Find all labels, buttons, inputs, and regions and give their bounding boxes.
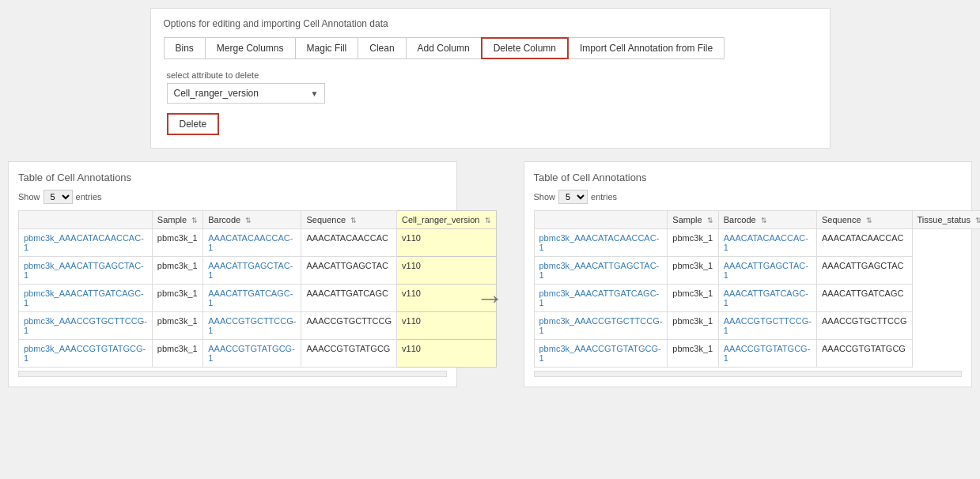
left-table-title: Table of Cell Annotations: [18, 172, 447, 183]
right-scrollbar[interactable]: [534, 371, 963, 377]
right-row3-col0: pbmc3k_AAACATTGATCAGC-1: [534, 285, 668, 312]
form-label: select attribute to delete: [167, 70, 814, 80]
right-row2-col3: AAACATTGAGCTAC: [816, 257, 912, 285]
right-row1-col0: pbmc3k_AAACATACAACCAC-1: [534, 229, 668, 257]
right-row3-col1: pbmc3k_1: [668, 285, 718, 312]
left-col-header-sequence[interactable]: Sequence ⇅: [301, 211, 397, 229]
toolbar-btn-import[interactable]: Import Cell Annotation from File: [568, 37, 725, 59]
left-row4-col1: pbmc3k_1: [152, 312, 202, 340]
left-show-label: Show: [18, 192, 40, 202]
right-table-row: pbmc3k_AAACCGTGTATGCG-1 pbmc3k_1 AAACCGT…: [534, 340, 980, 368]
right-table-row: pbmc3k_AAACATTGATCAGC-1 pbmc3k_1 AAACATT…: [534, 285, 980, 312]
left-row1-col0: pbmc3k_AAACATACAACCAC-1: [19, 229, 153, 257]
left-row1-col2: AAACATACAACCAC-1: [203, 229, 301, 257]
right-row4-col3: AAACCGTGCTTCCG: [816, 312, 912, 340]
left-row1-col1: pbmc3k_1: [152, 229, 202, 257]
left-row5-col3: AAACCGTGTATGCG: [301, 340, 397, 368]
left-col-header-empty: [19, 211, 153, 229]
toolbar: Bins Merge Columns Magic Fill Clean Add …: [164, 37, 817, 59]
toolbar-btn-delete-column[interactable]: Delete Column: [481, 37, 569, 59]
right-entries-label: entries: [591, 192, 617, 202]
right-col-header-empty: [534, 211, 668, 229]
right-row2-col0: pbmc3k_AAACATTGAGCTAC-1: [534, 257, 668, 285]
right-row4-col0: pbmc3k_AAACCGTGCTTCCG-1: [534, 312, 668, 340]
left-row3-col3: AAACATTGATCAGC: [301, 285, 397, 312]
arrow-icon: →: [476, 281, 505, 315]
left-table-row: pbmc3k_AAACCGTGTATGCG-1 pbmc3k_1 AAACCGT…: [19, 340, 497, 368]
toolbar-btn-magic-fill[interactable]: Magic Fill: [295, 37, 359, 59]
right-row5-col3: AAACCGTGTATGCG: [816, 340, 912, 368]
right-row1-col1: pbmc3k_1: [668, 229, 718, 257]
left-row3-col2: AAACATTGATCAGC-1: [203, 285, 301, 312]
right-row5-col1: pbmc3k_1: [668, 340, 718, 368]
right-table-row: pbmc3k_AAACATTGAGCTAC-1 pbmc3k_1 AAACATT…: [534, 257, 980, 285]
left-data-table: Sample ⇅ Barcode ⇅ Sequence ⇅ Cell_range…: [18, 210, 497, 368]
left-col-header-barcode[interactable]: Barcode ⇅: [203, 211, 301, 229]
right-row4-col2: AAACCGTGCTTCCG-1: [718, 312, 816, 340]
left-row5-col2: AAACCGTGTATGCG-1: [203, 340, 301, 368]
right-col-header-tissue[interactable]: Tissue_status ⇅: [912, 211, 980, 229]
toolbar-btn-clean[interactable]: Clean: [358, 37, 406, 59]
left-row2-col3: AAACATTGAGCTAC: [301, 257, 397, 285]
arrow-container: →: [470, 209, 511, 387]
left-row5-col0: pbmc3k_AAACCGTGTATGCG-1: [19, 340, 153, 368]
left-table-panel: Table of Cell Annotations Show 5 entries…: [8, 161, 457, 387]
right-data-table: Sample ⇅ Barcode ⇅ Sequence ⇅ Tissue_sta…: [534, 210, 981, 368]
form-section: select attribute to delete Cell_ranger_v…: [164, 70, 817, 135]
sort-icon-sample: ⇅: [191, 217, 198, 224]
toolbar-btn-add-column[interactable]: Add Column: [406, 37, 482, 59]
toolbar-btn-bins[interactable]: Bins: [164, 37, 206, 59]
left-row5-col1: pbmc3k_1: [152, 340, 202, 368]
left-row4-col0: pbmc3k_AAACCGTGCTTCCG-1: [19, 312, 153, 340]
bottom-section: Table of Cell Annotations Show 5 entries…: [8, 161, 972, 387]
right-table-row: pbmc3k_AAACATACAACCAC-1 pbmc3k_1 AAACATA…: [534, 229, 980, 257]
right-show-entries: Show 5 entries: [534, 190, 963, 204]
right-row5-col2: AAACCGTGTATGCG-1: [718, 340, 816, 368]
left-entries-label: entries: [76, 192, 102, 202]
right-row5-col0: pbmc3k_AAACCGTGTATGCG-1: [534, 340, 668, 368]
right-row2-col2: AAACATTGAGCTAC-1: [718, 257, 816, 285]
right-table-panel: Table of Cell Annotations Show 5 entries…: [524, 161, 973, 387]
left-row3-col0: pbmc3k_AAACATTGATCAGC-1: [19, 285, 153, 312]
left-col-header-sample[interactable]: Sample ⇅: [152, 211, 202, 229]
left-row4-col2: AAACCGTGCTTCCG-1: [203, 312, 301, 340]
attribute-select[interactable]: Cell_ranger_version: [167, 83, 325, 104]
right-row1-col2: AAACATACAACCAC-1: [718, 229, 816, 257]
sort-icon-barcode: ⇅: [245, 217, 252, 224]
left-row2-col0: pbmc3k_AAACATTGAGCTAC-1: [19, 257, 153, 285]
right-row3-col3: AAACATTGATCAGC: [816, 285, 912, 312]
sort-icon-r-tissue: ⇅: [975, 217, 980, 224]
right-row2-col1: pbmc3k_1: [668, 257, 718, 285]
right-col-header-sample[interactable]: Sample ⇅: [668, 211, 718, 229]
left-show-entries: Show 5 entries: [18, 190, 447, 204]
delete-button[interactable]: Delete: [167, 113, 220, 135]
right-entries-select[interactable]: 5: [558, 190, 588, 204]
sort-icon-sequence: ⇅: [350, 217, 357, 224]
top-panel: Options for editing and importing Cell A…: [150, 8, 831, 149]
select-wrapper: Cell_ranger_version ▼: [167, 83, 325, 104]
left-table-row: pbmc3k_AAACATTGATCAGC-1 pbmc3k_1 AAACATT…: [19, 285, 497, 312]
left-entries-select[interactable]: 5: [44, 190, 73, 204]
right-row1-col3: AAACATACAACCAC: [816, 229, 912, 257]
left-row2-col1: pbmc3k_1: [152, 257, 202, 285]
sort-icon-r-sample: ⇅: [707, 217, 713, 224]
right-show-label: Show: [534, 192, 556, 202]
right-col-header-barcode[interactable]: Barcode ⇅: [718, 211, 816, 229]
left-row3-col1: pbmc3k_1: [152, 285, 202, 312]
sort-icon-r-sequence: ⇅: [866, 217, 872, 224]
left-table-row: pbmc3k_AAACATTGAGCTAC-1 pbmc3k_1 AAACATT…: [19, 257, 497, 285]
left-table-row: pbmc3k_AAACATACAACCAC-1 pbmc3k_1 AAACATA…: [19, 229, 497, 257]
left-table-row: pbmc3k_AAACCGTGCTTCCG-1 pbmc3k_1 AAACCGT…: [19, 312, 497, 340]
right-row3-col2: AAACATTGATCAGC-1: [718, 285, 816, 312]
left-row4-col3: AAACCGTGCTTCCG: [301, 312, 397, 340]
right-col-header-sequence[interactable]: Sequence ⇅: [816, 211, 912, 229]
sort-icon-r-barcode: ⇅: [761, 217, 767, 224]
left-row2-col2: AAACATTGAGCTAC-1: [203, 257, 301, 285]
right-table-title: Table of Cell Annotations: [534, 172, 963, 183]
panel-title: Options for editing and importing Cell A…: [164, 18, 817, 29]
left-row1-col3: AAACATACAACCAC: [301, 229, 397, 257]
right-row4-col1: pbmc3k_1: [668, 312, 718, 340]
toolbar-btn-merge-columns[interactable]: Merge Columns: [205, 37, 296, 59]
right-table-row: pbmc3k_AAACCGTGCTTCCG-1 pbmc3k_1 AAACCGT…: [534, 312, 980, 340]
left-scrollbar[interactable]: [18, 371, 447, 377]
